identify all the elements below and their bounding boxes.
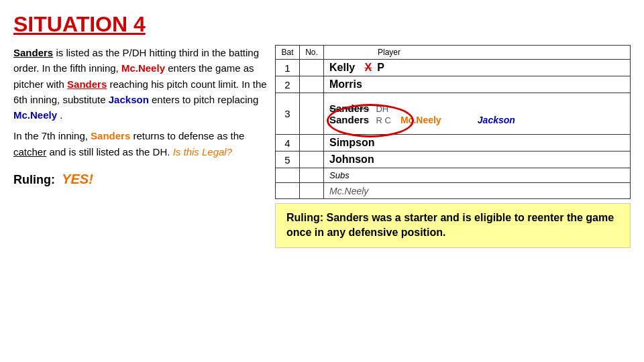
- sanders-name-2: Sanders: [67, 78, 107, 90]
- main-content: Sanders is listed as the P/DH hitting th…: [13, 45, 631, 355]
- sub-bat: [276, 183, 300, 199]
- no-header: No.: [300, 46, 324, 60]
- bat-2: 2: [276, 76, 300, 93]
- ruling-yes: YES!: [62, 172, 93, 186]
- sanders-dh-line: Sanders DH: [329, 103, 391, 114]
- kelly-p: P: [377, 62, 384, 73]
- subs-label-cell: Subs: [324, 168, 631, 183]
- sub-mcneely: Mc.Neely: [324, 183, 631, 199]
- jackson-name-1: Jackson: [109, 94, 149, 105]
- jackson-inline: Jackson: [478, 115, 515, 125]
- player-kelly: Kelly X P: [324, 60, 631, 76]
- left-text-column: Sanders is listed as the P/DH hitting th…: [13, 45, 268, 355]
- table-row: 2 Morris: [276, 76, 631, 93]
- no-5: [300, 152, 324, 168]
- table-row: 5 Johnson: [276, 152, 631, 168]
- table-header-row: Bat No. Player: [276, 46, 631, 60]
- bat-5: 5: [276, 152, 300, 168]
- player-sanders: Sanders DH Sanders R C Mc.Neely Jac: [324, 93, 631, 135]
- sub-entry-row: Mc.Neely: [276, 183, 631, 199]
- subs-no: [300, 168, 324, 183]
- player-morris: Morris: [324, 76, 631, 93]
- ruling-bottom-text: Ruling: Sanders was a starter and is eli…: [286, 212, 614, 238]
- subs-bat: [276, 168, 300, 183]
- page-container: SITUATION 4 Sanders is listed as the P/D…: [0, 0, 644, 362]
- lineup-table: Bat No. Player 1 Kelly X P: [275, 45, 631, 199]
- table-row: 4 Simpson: [276, 135, 631, 152]
- mcneely-name-2: Mc.Neely: [13, 109, 57, 121]
- ruling-left: Ruling: YES!: [13, 169, 268, 190]
- sanders-name-1: Sanders: [13, 47, 53, 58]
- legal-question: Is this Legal?: [173, 146, 232, 158]
- bat-1: 1: [276, 60, 300, 76]
- bat-4: 4: [276, 135, 300, 152]
- no-1: [300, 60, 324, 76]
- kelly-x-mark: X: [364, 62, 372, 73]
- bat-header: Bat: [276, 46, 300, 60]
- sanders-name-3: Sanders: [91, 130, 130, 141]
- bat-3: 3: [276, 93, 300, 135]
- player-johnson: Johnson: [324, 152, 631, 168]
- right-section: Bat No. Player 1 Kelly X P: [275, 45, 631, 355]
- row3-wrapper: Sanders DH Sanders R C: [329, 103, 391, 125]
- player-simpson: Simpson: [324, 135, 631, 152]
- subs-row: Subs: [276, 168, 631, 183]
- mcneely-name-1: Mc.Neely: [121, 62, 165, 74]
- table-row: 1 Kelly X P: [276, 60, 631, 76]
- ruling-bottom-bar: Ruling: Sanders was a starter and is eli…: [275, 203, 631, 248]
- no-3: [300, 93, 324, 135]
- sub-no: [300, 183, 324, 199]
- no-4: [300, 135, 324, 152]
- table-row: 3 Sanders DH Sanders R C: [276, 93, 631, 135]
- sanders-rc-line: Sanders R C: [329, 114, 391, 125]
- mcneely-inline: Mc.Neely: [400, 115, 441, 125]
- player-header: Player: [324, 46, 631, 60]
- no-2: [300, 76, 324, 93]
- paragraph-2: In the 7th inning, Sanders returns to de…: [13, 128, 268, 160]
- paragraph-1: Sanders is listed as the P/DH hitting th…: [13, 45, 268, 123]
- page-title: SITUATION 4: [13, 12, 631, 37]
